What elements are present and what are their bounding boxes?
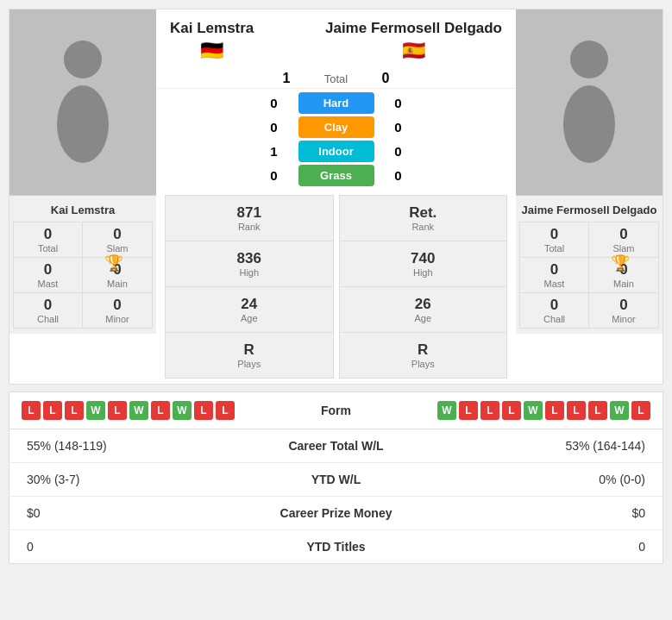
right-indoor-score: 0 [392,144,405,159]
left-chall-val: 0 [16,297,80,314]
right-slam-val: 0 [591,226,656,243]
surface-rows: 0 Hard 0 0 Clay 0 1 Indoor 0 [156,89,516,190]
ytd-wl-label: YTD W/L [250,473,423,486]
left-total-cell: 0 Total [14,222,83,258]
right-stat-panel: Ret. Rank 740 High 26 Age R Plays [339,195,508,379]
grass-button[interactable]: Grass [298,165,374,186]
left-player-name: Kai Lemstra [13,201,153,222]
form-badge-w: W [173,401,192,420]
stats-comparison: 55% (148-119) Career Total W/L 53% (164-… [9,429,663,564]
left-flag: 🇩🇪 [200,40,223,62]
right-slam-lbl: Slam [591,243,656,254]
left-form-badges: LLLWLWLWLL [22,401,235,420]
right-flag: 🇪🇸 [402,40,425,62]
names-flags-row: Kai Lemstra 🇩🇪 Jaime Fermosell Delgado 🇪… [156,9,516,67]
right-grass-score: 0 [392,168,405,183]
form-badge-w: W [524,401,543,420]
right-clay-score: 0 [392,120,405,135]
right-prize: $0 [423,506,646,520]
left-name-flag: Kai Lemstra 🇩🇪 [170,20,254,62]
left-minor-val: 0 [85,297,150,314]
left-plays-lbl: Plays [171,359,328,369]
left-clay-score: 0 [267,120,281,135]
right-career-wl: 53% (164-144) [423,439,646,453]
form-badge-l: L [216,401,235,420]
indoor-button[interactable]: Indoor [298,141,374,162]
left-minor-lbl: Minor [85,314,150,324]
form-badge-l: L [194,401,213,420]
right-player-stats-grid: 0 Total 0 Slam 0 Mast 🏆 0 Main [519,222,659,329]
left-high-item: 836 High [166,241,333,287]
svg-point-2 [570,41,608,78]
left-hard-score: 0 [267,96,281,110]
right-chall-cell: 0 Chall [520,293,589,328]
left-high-lbl: High [171,267,328,278]
left-player-info: Kai Lemstra 0 Total 0 Slam 0 Mast [9,195,156,334]
right-player-photo [516,9,663,195]
right-rank-item: Ret. Rank [340,196,507,241]
left-player-section: Kai Lemstra 0 Total 0 Slam 0 Mast [9,9,156,384]
left-player-stats-grid: 0 Total 0 Slam 0 Mast 🏆 0 Main [13,222,153,329]
grass-row: 0 Grass 0 [156,165,516,186]
left-player-photo [9,9,156,195]
right-player-name: Jaime Fermosell Delgado [519,201,659,222]
right-chall-val: 0 [522,297,587,314]
player-comparison-card: Kai Lemstra 0 Total 0 Slam 0 Mast [9,9,663,385]
right-main-lbl: Main [591,279,656,289]
svg-point-3 [563,85,615,163]
prize-row: $0 Career Prize Money $0 [9,497,663,530]
left-rank-lbl: Rank [171,222,328,232]
right-total-cell: 0 Total [520,222,589,258]
right-minor-cell: 0 Minor [589,293,658,328]
left-age-val: 24 [171,296,328,313]
form-badge-l: L [22,401,41,420]
left-rank-item: 871 Rank [166,196,333,241]
right-player-silhouette [550,38,628,167]
form-badge-l: L [480,401,499,420]
right-name-display: Jaime Fermosell Delgado [325,20,502,37]
left-slam-cell: 0 Slam [83,222,152,258]
right-player-section: Jaime Fermosell Delgado 0 Total 0 Slam 0… [516,9,663,384]
career-wl-label: Career Total W/L [250,439,423,453]
left-plays-val: R [171,341,328,359]
clay-row: 0 Clay 0 [156,116,516,138]
right-main-cell: 🏆 0 Main [589,258,658,293]
left-slam-lbl: Slam [85,243,150,254]
titles-row: 0 YTD Titles 0 [9,530,663,563]
svg-point-0 [64,41,102,78]
right-slam-cell: 0 Slam [589,222,658,258]
left-high-val: 836 [171,250,328,267]
right-plays-item: R Plays [340,333,507,378]
form-badge-w: W [437,401,456,420]
left-trophy-icon: 🏆 [104,254,123,272]
right-plays-val: R [345,341,502,359]
left-grass-score: 0 [267,168,281,183]
left-age-item: 24 Age [166,287,333,333]
right-total-val: 0 [522,226,587,243]
left-minor-cell: 0 Minor [83,293,152,328]
ytd-wl-row: 30% (3-7) YTD W/L 0% (0-0) [9,463,663,497]
left-mast-lbl: Mast [38,279,59,289]
form-badge-l: L [151,401,170,420]
form-section: LLLWLWLWLL Form WLLLWLLLWL [9,391,663,429]
left-indoor-score: 1 [267,144,281,159]
hard-button[interactable]: Hard [298,92,374,114]
left-mast-cell: 0 Mast [14,258,83,293]
right-minor-lbl: Minor [591,314,656,324]
right-rank-val: Ret. [345,204,502,222]
right-age-lbl: Age [345,313,502,323]
left-ytd-wl: 30% (3-7) [27,473,250,486]
right-form-badges: WLLLWLLLWL [437,401,650,420]
hard-row: 0 Hard 0 [156,92,516,114]
right-total-lbl: Total [522,243,587,254]
right-hard-score: 0 [392,96,405,110]
indoor-row: 1 Indoor 0 [156,141,516,162]
left-slam-val: 0 [85,226,150,243]
left-name-display: Kai Lemstra [170,20,254,37]
left-mast-val: 0 [44,261,52,279]
form-badge-l: L [459,401,478,420]
left-main-cell: 🏆 0 Main [83,258,152,293]
right-high-item: 740 High [340,241,507,287]
left-plays-item: R Plays [166,333,333,378]
clay-button[interactable]: Clay [298,116,374,138]
